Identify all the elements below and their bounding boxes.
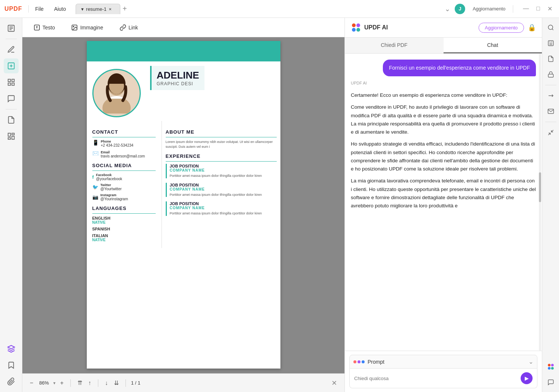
sidebar-icon-comment[interactable] (4, 91, 19, 106)
menu-aiuto[interactable]: Aiuto (50, 4, 70, 13)
zoom-dropdown-icon[interactable]: ▾ (53, 380, 55, 386)
ai-para-1: Certamente! Ecco un esempio di esperienz… (351, 91, 536, 99)
sidebar-icon-organize[interactable] (4, 75, 19, 90)
toolbar-link[interactable]: Link (116, 22, 142, 33)
far-right-ai-icon-bottom[interactable] (544, 360, 558, 373)
far-right-lock-icon[interactable] (544, 68, 558, 81)
zoom-value-display: 86% (39, 380, 49, 386)
far-right-chat-icon[interactable] (544, 376, 558, 389)
pdf-profile-image (92, 69, 141, 117)
nav-first-button[interactable]: ⇈ (76, 378, 84, 388)
aggiornamento-menu-item[interactable]: Aggiornamento (470, 4, 508, 13)
tab-chat[interactable]: Chat (444, 38, 542, 53)
far-right-search-icon[interactable] (544, 21, 558, 34)
svg-point-41 (551, 364, 553, 366)
exp1-company: COMPANY NAME (170, 168, 277, 172)
far-right-share-icon[interactable] (544, 89, 558, 102)
pdf-main-body: CONTACT 📱 Phone +2 434-232-534234 ✉️ (87, 121, 280, 248)
pdf-right-col: ABOUT ME Lorem ipsum dolor nonummy nibh … (161, 121, 280, 248)
ai-para-4: La mia giornata lavorativa comprendeva t… (351, 177, 536, 210)
far-right-convert-icon[interactable] (544, 52, 558, 66)
close-button[interactable]: ✕ (545, 5, 555, 12)
minimize-button[interactable]: — (521, 5, 531, 12)
ai-logo-icon (351, 22, 361, 33)
tab-add-button[interactable]: + (123, 4, 127, 13)
nav-prev-button[interactable]: ↑ (87, 378, 93, 388)
send-button[interactable]: ▶ (521, 372, 533, 384)
about-section-title: ABOUT ME (166, 129, 277, 135)
window-controls: — □ ✕ (521, 5, 555, 12)
zoom-out-button[interactable]: − (28, 378, 35, 388)
prompt-dot-1 (353, 360, 356, 363)
sidebar-icon-pages[interactable] (4, 112, 19, 127)
exp2-title: JOB POSITION (170, 183, 277, 187)
far-right-sep-1 (545, 85, 556, 85)
sidebar-icon-attach[interactable] (4, 374, 19, 389)
divider (28, 5, 29, 13)
lang1-level: NATIVE (92, 220, 156, 224)
tab-close-icon[interactable]: × (109, 6, 112, 12)
sidebar-icon-annotate[interactable] (4, 42, 19, 57)
ai-logo-text: UPDF AI (364, 24, 388, 31)
upgrade-button[interactable]: Aggiornamento (479, 23, 524, 33)
lang-spanish: SPANISH (92, 227, 156, 231)
pdf-scroll-area[interactable]: ADELINE GRAPHIC DESI CONTACT 📱 (22, 37, 344, 373)
about-text: Lorem ipsum dolor nonummy nibh euisn vol… (166, 140, 277, 149)
tab-resume[interactable]: ▾ resume-1 × (76, 4, 120, 14)
tab-dropdown-arrow[interactable]: ⌄ (445, 5, 450, 13)
chat-input-row: ▶ (349, 369, 537, 388)
prompt-dots (353, 360, 365, 363)
bottom-bar: − 86% ▾ + ⇈ ↑ ↓ ⇊ 1 / 1 ✕ (22, 373, 344, 392)
toolbar-immagine[interactable]: Immagine (67, 22, 107, 33)
pdf-page: ADELINE GRAPHIC DESI CONTACT 📱 (87, 41, 280, 369)
svg-point-28 (356, 28, 360, 32)
sidebar-icon-read[interactable] (4, 21, 19, 36)
ai-panel-tabs: Chiedi PDF Chat (345, 38, 542, 54)
facebook-value: @yourfacebook (96, 177, 122, 181)
tab-area: ▾ resume-1 × + (76, 4, 442, 14)
svg-rect-14 (8, 138, 10, 140)
sidebar-icon-layers[interactable] (4, 341, 19, 356)
pdf-name-area: ADELINE GRAPHIC DESI (146, 61, 280, 121)
chat-input-field[interactable] (354, 376, 518, 381)
nav-last-button[interactable]: ⇊ (112, 378, 120, 388)
toolbar-testo[interactable]: Testo (30, 22, 58, 33)
email-value: travis anderson@mail.com (101, 154, 145, 158)
tab-chiedi-pdf[interactable]: Chiedi PDF (345, 38, 444, 53)
contact-phone: 📱 Phone +2 434-232-534234 (92, 140, 156, 147)
far-right-sep-2 (545, 122, 556, 122)
prompt-chevron-icon[interactable]: ⌄ (528, 358, 533, 365)
pdf-role: GRAPHIC DESI (157, 81, 199, 86)
nav-next-button[interactable]: ↓ (104, 378, 109, 388)
bottom-close-button[interactable]: ✕ (330, 377, 339, 389)
zoom-in-button[interactable]: + (58, 378, 65, 388)
sidebar-icon-bookmark[interactable] (4, 358, 19, 373)
svg-point-27 (352, 28, 356, 32)
right-panel: UPDF AI Aggiornamento 🔒 Chiedi PDF Chat … (344, 18, 542, 392)
testo-label: Testo (42, 25, 55, 31)
center-column: Testo Immagine Link (22, 18, 344, 392)
scrollbar-thumb[interactable] (539, 172, 541, 202)
chat-area[interactable]: Fornisci un esempio dell'esperienza come… (345, 54, 542, 351)
far-right-compress-icon[interactable] (544, 126, 558, 139)
menu-file[interactable]: File (32, 4, 48, 13)
svg-marker-15 (7, 345, 14, 349)
lang-italian: ITALIAN NATIVE (92, 233, 156, 242)
svg-rect-13 (12, 136, 14, 139)
svg-rect-36 (548, 74, 553, 77)
sidebar-icon-thumbnail[interactable] (4, 129, 19, 144)
far-right-email-icon[interactable] (544, 105, 558, 118)
facebook-icon: f (92, 174, 94, 180)
about-divider (166, 137, 277, 137)
far-right-sidebar (542, 18, 559, 392)
lock-icon: 🔒 (528, 23, 536, 32)
maximize-button[interactable]: □ (534, 5, 542, 12)
svg-line-30 (552, 29, 553, 30)
pdf-header-bar (87, 41, 280, 61)
phone-icon: 📱 (92, 140, 99, 146)
exp-item-3: JOB POSITION COMPANY NAME Porttitor amet… (166, 201, 277, 216)
user-message-bubble: Fornisci un esempio dell'esperienza come… (383, 60, 536, 76)
far-right-ocr-icon[interactable] (544, 36, 558, 50)
sidebar-icon-edit[interactable] (4, 58, 19, 73)
exp2-desc: Porttitor amet massa ipsum dolor tfringi… (170, 192, 277, 197)
